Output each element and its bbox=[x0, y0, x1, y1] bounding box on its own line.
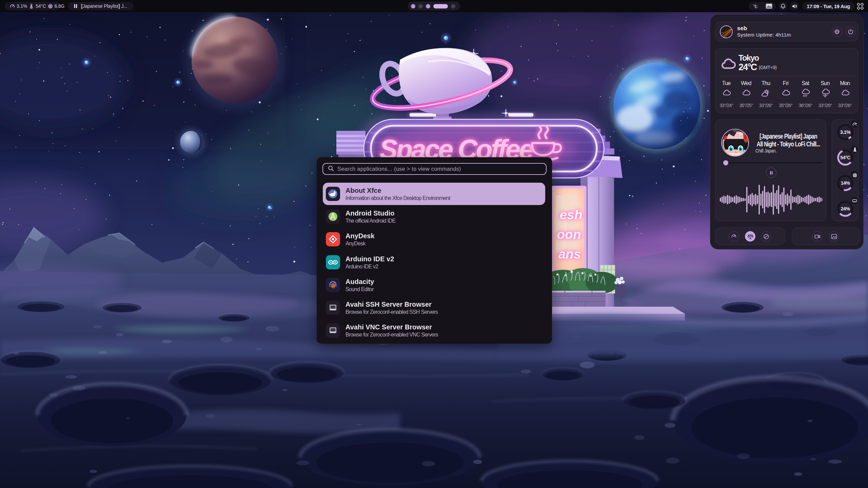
svg-text:C: C bbox=[755, 5, 757, 9]
svg-text:oon: oon bbox=[557, 227, 581, 242]
svg-text:esh: esh bbox=[559, 207, 582, 222]
svg-text:ans: ans bbox=[558, 247, 581, 261]
svg-text:TOKYO L: TOKYO L bbox=[726, 152, 747, 157]
